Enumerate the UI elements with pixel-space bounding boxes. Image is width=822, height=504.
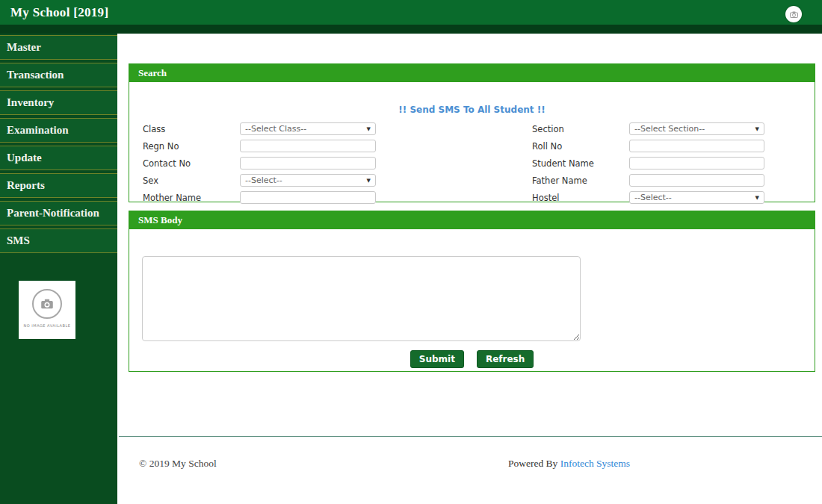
student-name-label: Student Name [532, 158, 629, 169]
mother-name-input[interactable] [240, 191, 376, 204]
sex-select-value: --Select-- [245, 175, 282, 185]
class-select-value: --Select Class-- [245, 124, 306, 134]
sms-body-textarea[interactable] [142, 256, 581, 341]
powered-by-text: Powered By [508, 458, 557, 469]
sms-body-panel: SMS Body Submit Refresh [129, 211, 815, 372]
sidebar-item-reports[interactable]: Reports [0, 173, 117, 198]
photo-circle [32, 289, 62, 319]
sidebar-item-master[interactable]: Master [0, 35, 117, 60]
search-panel-title: Search [129, 64, 815, 82]
main-content: Search !! Send SMS To All Student !! Cla… [117, 34, 822, 504]
sex-label: Sex [143, 175, 240, 186]
sms-body-panel-title: SMS Body [129, 211, 815, 229]
footer-divider [119, 436, 822, 437]
contact-no-label: Contact No [143, 158, 240, 169]
section-label: Section [532, 124, 629, 134]
profile-avatar[interactable] [785, 6, 802, 22]
hostel-label: Hostel [532, 193, 629, 203]
sidebar-item-inventory[interactable]: Inventory [0, 90, 117, 115]
search-form: Class --Select Class-- ▼ Section --Selec… [143, 122, 764, 204]
submit-button[interactable]: Submit [410, 350, 464, 368]
sidebar: Master Transaction Inventory Examination… [0, 34, 117, 504]
footer: © 2019 My School Powered By Infotech Sys… [117, 452, 822, 489]
section-select-value: --Select Section-- [634, 124, 705, 134]
camera-icon [790, 11, 798, 18]
sidebar-item-examination[interactable]: Examination [0, 118, 117, 143]
chevron-down-icon: ▼ [367, 126, 371, 132]
roll-no-label: Roll No [532, 141, 629, 152]
regn-no-label: Regn No [143, 141, 240, 152]
header-underline [0, 25, 822, 34]
copyright-text: © 2019 My School [139, 458, 217, 470]
sidebar-item-update[interactable]: Update [0, 146, 117, 170]
powered-by: Powered By Infotech Systems [508, 458, 630, 470]
chevron-down-icon: ▼ [755, 195, 759, 201]
student-name-input[interactable] [629, 157, 764, 169]
chevron-down-icon: ▼ [367, 178, 371, 184]
chevron-down-icon: ▼ [755, 126, 759, 132]
sidebar-item-transaction[interactable]: Transaction [0, 63, 117, 87]
sidebar-item-sms[interactable]: SMS [0, 228, 117, 253]
no-image-text: NO IMAGE AVAILABLE [24, 323, 71, 328]
father-name-input[interactable] [629, 174, 764, 187]
father-name-label: Father Name [532, 175, 629, 186]
hostel-select[interactable]: --Select-- ▼ [629, 191, 764, 204]
class-label: Class [143, 124, 240, 134]
send-sms-banner: !! Send SMS To All Student !! [129, 105, 815, 115]
mother-name-label: Mother Name [143, 193, 240, 203]
refresh-button[interactable]: Refresh [477, 350, 534, 368]
hostel-select-value: --Select-- [634, 193, 672, 202]
app-header: My School [2019] [0, 0, 822, 25]
contact-no-input[interactable] [240, 157, 376, 169]
button-row: Submit Refresh [129, 350, 815, 368]
section-select[interactable]: --Select Section-- ▼ [629, 122, 764, 135]
profile-photo-placeholder: NO IMAGE AVAILABLE [19, 281, 75, 339]
search-panel: Search !! Send SMS To All Student !! Cla… [129, 63, 815, 202]
sidebar-item-parent-notification[interactable]: Parent-Notification [0, 201, 117, 225]
app-title: My School [2019] [10, 0, 108, 25]
roll-no-input[interactable] [629, 140, 764, 152]
sex-select[interactable]: --Select-- ▼ [240, 174, 376, 187]
class-select[interactable]: --Select Class-- ▼ [240, 122, 376, 135]
sidebar-menu: Master Transaction Inventory Examination… [0, 34, 117, 253]
infotech-systems-link[interactable]: Infotech Systems [560, 458, 630, 469]
regn-no-input[interactable] [240, 140, 376, 152]
sms-body-area: Submit Refresh [129, 256, 815, 368]
camera-icon [40, 299, 54, 309]
